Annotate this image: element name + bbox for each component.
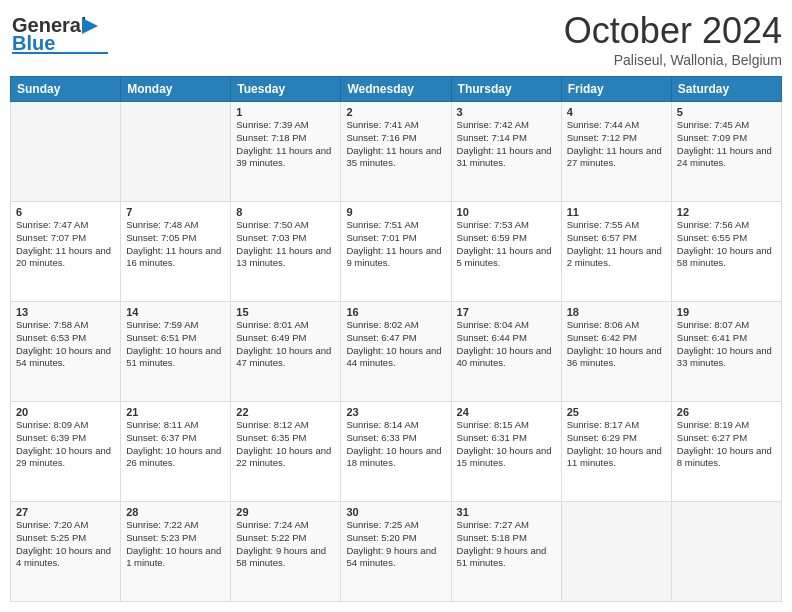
daylight-text: Daylight: 10 hours and 54 minutes. bbox=[16, 345, 115, 371]
table-row: 8 Sunrise: 7:50 AM Sunset: 7:03 PM Dayli… bbox=[231, 202, 341, 302]
sunset-text: Sunset: 7:18 PM bbox=[236, 132, 335, 145]
cell-info: Sunrise: 8:19 AM Sunset: 6:27 PM Dayligh… bbox=[677, 419, 776, 470]
sunrise-text: Sunrise: 7:41 AM bbox=[346, 119, 445, 132]
sunset-text: Sunset: 6:57 PM bbox=[567, 232, 666, 245]
table-row: 7 Sunrise: 7:48 AM Sunset: 7:05 PM Dayli… bbox=[121, 202, 231, 302]
cell-info: Sunrise: 7:41 AM Sunset: 7:16 PM Dayligh… bbox=[346, 119, 445, 170]
table-row: 24 Sunrise: 8:15 AM Sunset: 6:31 PM Dayl… bbox=[451, 402, 561, 502]
sunset-text: Sunset: 5:22 PM bbox=[236, 532, 335, 545]
table-row: 9 Sunrise: 7:51 AM Sunset: 7:01 PM Dayli… bbox=[341, 202, 451, 302]
cell-info: Sunrise: 8:01 AM Sunset: 6:49 PM Dayligh… bbox=[236, 319, 335, 370]
day-number: 6 bbox=[16, 206, 115, 218]
sunset-text: Sunset: 5:20 PM bbox=[346, 532, 445, 545]
table-row: 18 Sunrise: 8:06 AM Sunset: 6:42 PM Dayl… bbox=[561, 302, 671, 402]
table-row: 22 Sunrise: 8:12 AM Sunset: 6:35 PM Dayl… bbox=[231, 402, 341, 502]
table-row bbox=[671, 502, 781, 602]
cell-info: Sunrise: 7:20 AM Sunset: 5:25 PM Dayligh… bbox=[16, 519, 115, 570]
cell-info: Sunrise: 7:24 AM Sunset: 5:22 PM Dayligh… bbox=[236, 519, 335, 570]
calendar-week-row: 20 Sunrise: 8:09 AM Sunset: 6:39 PM Dayl… bbox=[11, 402, 782, 502]
day-number: 29 bbox=[236, 506, 335, 518]
sunset-text: Sunset: 6:55 PM bbox=[677, 232, 776, 245]
col-sunday: Sunday bbox=[11, 77, 121, 102]
header: General Blue October 2024 Paliseul, Wall… bbox=[10, 10, 782, 68]
daylight-text: Daylight: 10 hours and 44 minutes. bbox=[346, 345, 445, 371]
table-row: 17 Sunrise: 8:04 AM Sunset: 6:44 PM Dayl… bbox=[451, 302, 561, 402]
day-number: 14 bbox=[126, 306, 225, 318]
cell-info: Sunrise: 7:51 AM Sunset: 7:01 PM Dayligh… bbox=[346, 219, 445, 270]
day-number: 20 bbox=[16, 406, 115, 418]
day-number: 21 bbox=[126, 406, 225, 418]
daylight-text: Daylight: 10 hours and 22 minutes. bbox=[236, 445, 335, 471]
day-number: 30 bbox=[346, 506, 445, 518]
sunrise-text: Sunrise: 8:14 AM bbox=[346, 419, 445, 432]
cell-info: Sunrise: 8:17 AM Sunset: 6:29 PM Dayligh… bbox=[567, 419, 666, 470]
sunrise-text: Sunrise: 7:53 AM bbox=[457, 219, 556, 232]
svg-text:Blue: Blue bbox=[12, 32, 55, 54]
logo: General Blue bbox=[10, 10, 120, 55]
table-row: 2 Sunrise: 7:41 AM Sunset: 7:16 PM Dayli… bbox=[341, 102, 451, 202]
day-number: 15 bbox=[236, 306, 335, 318]
day-number: 22 bbox=[236, 406, 335, 418]
table-row: 12 Sunrise: 7:56 AM Sunset: 6:55 PM Dayl… bbox=[671, 202, 781, 302]
cell-info: Sunrise: 8:09 AM Sunset: 6:39 PM Dayligh… bbox=[16, 419, 115, 470]
cell-info: Sunrise: 7:55 AM Sunset: 6:57 PM Dayligh… bbox=[567, 219, 666, 270]
sunrise-text: Sunrise: 7:55 AM bbox=[567, 219, 666, 232]
cell-info: Sunrise: 7:58 AM Sunset: 6:53 PM Dayligh… bbox=[16, 319, 115, 370]
daylight-text: Daylight: 10 hours and 51 minutes. bbox=[126, 345, 225, 371]
table-row: 14 Sunrise: 7:59 AM Sunset: 6:51 PM Dayl… bbox=[121, 302, 231, 402]
daylight-text: Daylight: 11 hours and 39 minutes. bbox=[236, 145, 335, 171]
daylight-text: Daylight: 11 hours and 5 minutes. bbox=[457, 245, 556, 271]
daylight-text: Daylight: 11 hours and 27 minutes. bbox=[567, 145, 666, 171]
sunrise-text: Sunrise: 7:22 AM bbox=[126, 519, 225, 532]
table-row: 19 Sunrise: 8:07 AM Sunset: 6:41 PM Dayl… bbox=[671, 302, 781, 402]
sunset-text: Sunset: 6:59 PM bbox=[457, 232, 556, 245]
sunset-text: Sunset: 7:12 PM bbox=[567, 132, 666, 145]
sunset-text: Sunset: 5:25 PM bbox=[16, 532, 115, 545]
sunrise-text: Sunrise: 7:44 AM bbox=[567, 119, 666, 132]
daylight-text: Daylight: 10 hours and 4 minutes. bbox=[16, 545, 115, 571]
cell-info: Sunrise: 7:48 AM Sunset: 7:05 PM Dayligh… bbox=[126, 219, 225, 270]
sunset-text: Sunset: 7:07 PM bbox=[16, 232, 115, 245]
sunset-text: Sunset: 5:23 PM bbox=[126, 532, 225, 545]
calendar-table: Sunday Monday Tuesday Wednesday Thursday… bbox=[10, 76, 782, 602]
sunset-text: Sunset: 7:05 PM bbox=[126, 232, 225, 245]
sunrise-text: Sunrise: 7:24 AM bbox=[236, 519, 335, 532]
sunset-text: Sunset: 6:42 PM bbox=[567, 332, 666, 345]
day-number: 9 bbox=[346, 206, 445, 218]
sunset-text: Sunset: 6:51 PM bbox=[126, 332, 225, 345]
sunrise-text: Sunrise: 8:15 AM bbox=[457, 419, 556, 432]
page: General Blue October 2024 Paliseul, Wall… bbox=[0, 0, 792, 612]
sunset-text: Sunset: 6:53 PM bbox=[16, 332, 115, 345]
day-number: 5 bbox=[677, 106, 776, 118]
table-row: 6 Sunrise: 7:47 AM Sunset: 7:07 PM Dayli… bbox=[11, 202, 121, 302]
day-number: 2 bbox=[346, 106, 445, 118]
sunset-text: Sunset: 7:01 PM bbox=[346, 232, 445, 245]
day-number: 18 bbox=[567, 306, 666, 318]
table-row: 26 Sunrise: 8:19 AM Sunset: 6:27 PM Dayl… bbox=[671, 402, 781, 502]
col-saturday: Saturday bbox=[671, 77, 781, 102]
sunset-text: Sunset: 7:03 PM bbox=[236, 232, 335, 245]
sunrise-text: Sunrise: 8:19 AM bbox=[677, 419, 776, 432]
day-number: 1 bbox=[236, 106, 335, 118]
daylight-text: Daylight: 10 hours and 1 minute. bbox=[126, 545, 225, 571]
daylight-text: Daylight: 10 hours and 29 minutes. bbox=[16, 445, 115, 471]
table-row: 28 Sunrise: 7:22 AM Sunset: 5:23 PM Dayl… bbox=[121, 502, 231, 602]
cell-info: Sunrise: 7:56 AM Sunset: 6:55 PM Dayligh… bbox=[677, 219, 776, 270]
cell-info: Sunrise: 7:39 AM Sunset: 7:18 PM Dayligh… bbox=[236, 119, 335, 170]
sunrise-text: Sunrise: 8:09 AM bbox=[16, 419, 115, 432]
table-row: 5 Sunrise: 7:45 AM Sunset: 7:09 PM Dayli… bbox=[671, 102, 781, 202]
daylight-text: Daylight: 9 hours and 51 minutes. bbox=[457, 545, 556, 571]
daylight-text: Daylight: 9 hours and 58 minutes. bbox=[236, 545, 335, 571]
table-row: 21 Sunrise: 8:11 AM Sunset: 6:37 PM Dayl… bbox=[121, 402, 231, 502]
daylight-text: Daylight: 11 hours and 13 minutes. bbox=[236, 245, 335, 271]
day-number: 7 bbox=[126, 206, 225, 218]
sunrise-text: Sunrise: 8:02 AM bbox=[346, 319, 445, 332]
sunrise-text: Sunrise: 7:27 AM bbox=[457, 519, 556, 532]
sunrise-text: Sunrise: 8:01 AM bbox=[236, 319, 335, 332]
day-number: 26 bbox=[677, 406, 776, 418]
sunrise-text: Sunrise: 8:17 AM bbox=[567, 419, 666, 432]
day-number: 19 bbox=[677, 306, 776, 318]
sunset-text: Sunset: 7:09 PM bbox=[677, 132, 776, 145]
sunrise-text: Sunrise: 7:48 AM bbox=[126, 219, 225, 232]
sunset-text: Sunset: 6:47 PM bbox=[346, 332, 445, 345]
